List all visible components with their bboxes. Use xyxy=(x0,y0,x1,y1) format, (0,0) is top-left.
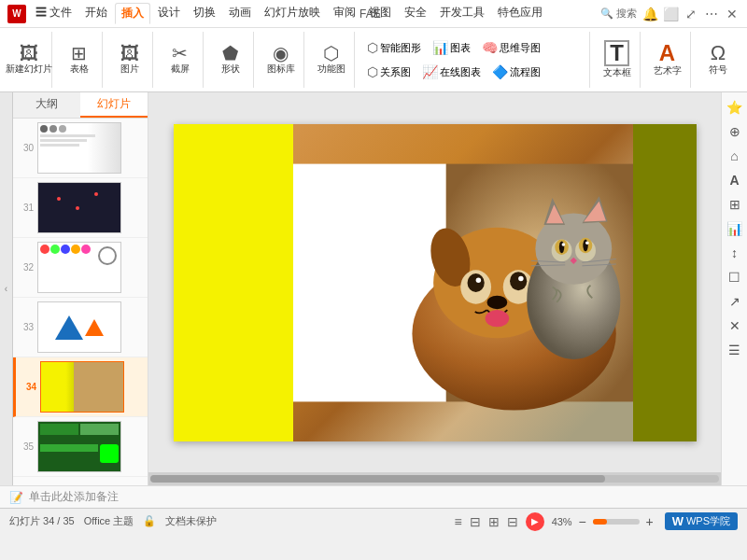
slide-num-33: 33 xyxy=(17,322,34,332)
slide-thumb-31 xyxy=(37,182,121,233)
zoom-fill xyxy=(593,519,607,525)
group-symbol: Ω 符号 xyxy=(695,32,741,88)
sidebar-tabs: 大纲 幻灯片 xyxy=(13,92,148,119)
slide-thumb-30 xyxy=(37,122,121,174)
online-chart-button[interactable]: 📈 在线图表 xyxy=(419,63,484,81)
rt-arrow-button[interactable]: ↗ xyxy=(724,290,746,313)
menu-animation[interactable]: 动画 xyxy=(223,3,257,24)
slide-item-32[interactable]: 32 xyxy=(13,238,148,298)
new-slide-button[interactable]: 🖼 新建幻灯片 xyxy=(2,42,56,77)
menu-review[interactable]: 审阅 xyxy=(328,3,361,24)
shape-label: 形状 xyxy=(221,63,240,76)
rt-star-button[interactable]: ⭐ xyxy=(724,96,746,119)
menu-devtools[interactable]: 开发工具 xyxy=(434,3,490,24)
menu-transition[interactable]: 切换 xyxy=(188,3,221,24)
group-smartart: ⬡ 智能图形 📊 图表 🧠 思维导图 ⬡ 关系图 📈 在线图表 xyxy=(359,32,590,88)
status-right: ≡ ⊟ ⊞ ⊟ ▶ 43% − + W WPS学院 xyxy=(454,512,738,531)
title-bar-left: W ☰ 文件 开始 插入 设计 切换 动画 幻灯片放映 审阅 视图 安全 开发工… xyxy=(7,3,548,24)
flowchart-button[interactable]: 🔷 流程图 xyxy=(489,63,543,81)
status-left: 幻灯片 34 / 35 Office 主题 🔓 文档未保护 xyxy=(9,514,217,528)
svg-point-27 xyxy=(585,241,589,245)
svg-point-12 xyxy=(487,295,508,309)
group-shape: ⬟ 形状 xyxy=(207,32,254,88)
notes-placeholder[interactable]: 单击此处添加备注 xyxy=(29,489,119,505)
restore-button[interactable]: ⬜ xyxy=(663,7,678,21)
rt-chart-button[interactable]: 📊 xyxy=(724,217,746,240)
rt-home-button[interactable]: ⌂ xyxy=(724,145,746,167)
add-slide-button[interactable]: ＋ xyxy=(13,477,148,485)
slide-num-30: 30 xyxy=(17,143,34,153)
symbol-button[interactable]: Ω 符号 xyxy=(699,41,737,78)
horizontal-scrollbar[interactable] xyxy=(148,472,721,485)
menu-home[interactable]: 开始 xyxy=(79,3,113,24)
slide-item-30[interactable]: 30 xyxy=(13,119,148,178)
sidebar: 大纲 幻灯片 30 xyxy=(13,92,148,485)
settings-button[interactable]: ⋯ xyxy=(704,7,719,21)
rt-expand-button[interactable]: ↕ xyxy=(724,242,746,264)
symbol-icon: Ω xyxy=(711,43,726,63)
play-button[interactable]: ▶ xyxy=(526,512,544,531)
iconlib-label: 图标库 xyxy=(267,63,295,76)
slide-item-33[interactable]: 33 xyxy=(13,298,148,357)
slide-item-31[interactable]: 31 xyxy=(13,178,148,238)
menu-slideshow[interactable]: 幻灯片放映 xyxy=(259,3,326,24)
zoom-minus-button[interactable]: − xyxy=(575,514,590,529)
canvas-scroll[interactable] xyxy=(148,92,721,472)
iconlib-icon: ◉ xyxy=(273,44,289,63)
main-area: ‹ 大纲 幻灯片 30 xyxy=(0,92,747,485)
menu-design[interactable]: 设计 xyxy=(152,3,186,24)
rt-menu-button[interactable]: ☰ xyxy=(724,339,746,361)
fullscreen-button[interactable]: ⤢ xyxy=(684,7,698,21)
arttext-icon: A xyxy=(659,42,675,64)
ribbon-content: 🖼 新建幻灯片 ⊞ 表格 🖼 图片 ✂ 截屏 xyxy=(0,28,747,91)
arttext-button[interactable]: A 艺术字 xyxy=(649,40,686,79)
menu-file[interactable]: ☰ 文件 xyxy=(30,3,78,24)
chart-button[interactable]: 📊 图表 xyxy=(430,38,473,57)
slide-item-35[interactable]: 35 xyxy=(13,417,148,477)
shape-button[interactable]: ⬟ 形状 xyxy=(212,42,249,77)
grid-view-icon[interactable]: ⊞ xyxy=(488,514,500,529)
notes-icon: 📝 xyxy=(9,491,23,504)
svg-point-10 xyxy=(476,277,481,282)
rt-text-button[interactable]: A xyxy=(724,169,746,191)
normal-view-icon[interactable]: ⊟ xyxy=(470,514,481,529)
mindmap-button[interactable]: 🧠 思维导图 xyxy=(479,38,543,57)
table-icon: ⊞ xyxy=(71,44,87,63)
menu-security[interactable]: 安全 xyxy=(399,3,432,24)
online-chart-icon: 📈 xyxy=(422,64,438,79)
menu-features[interactable]: 特色应用 xyxy=(492,3,548,24)
slide-thumb-32 xyxy=(37,242,121,293)
slide-view-icon[interactable]: ⊟ xyxy=(507,514,518,529)
zoom-plus-button[interactable]: + xyxy=(642,514,657,529)
menu-insert[interactable]: 插入 xyxy=(115,3,150,24)
image-button[interactable]: 🖼 图片 xyxy=(111,42,148,77)
wps-badge[interactable]: W WPS学院 xyxy=(665,512,738,530)
rt-cancel-button[interactable]: ✕ xyxy=(724,315,746,337)
rt-copy-button[interactable]: ⊕ xyxy=(724,120,746,143)
relation-button[interactable]: ⬡ 关系图 xyxy=(364,63,414,81)
table-button[interactable]: ⊞ 表格 xyxy=(61,42,98,77)
tab-slides[interactable]: 幻灯片 xyxy=(80,92,148,118)
minimize-button[interactable]: 🔔 xyxy=(642,7,657,21)
collapse-sidebar-button[interactable]: ‹ xyxy=(0,92,13,485)
screenshot-button[interactable]: ✂ 截屏 xyxy=(162,42,199,77)
align-icon[interactable]: ≡ xyxy=(454,514,461,529)
zoom-bar[interactable] xyxy=(593,519,640,525)
table-label: 表格 xyxy=(70,63,89,76)
notes-bar: 📝 单击此处添加备注 xyxy=(0,485,747,508)
slide-item-34[interactable]: 34 xyxy=(13,357,148,417)
close-button[interactable]: ✕ xyxy=(725,7,740,21)
slide-num-31: 31 xyxy=(17,203,34,213)
mindmap-icon: 🧠 xyxy=(482,40,498,55)
hscroll-thumb[interactable] xyxy=(150,475,605,483)
textbox-button[interactable]: T 文本框 xyxy=(599,38,636,81)
rt-grid-button[interactable]: ⊞ xyxy=(724,193,746,216)
smartshape-button[interactable]: ⬡ 智能图形 xyxy=(364,38,424,57)
rt-box-button[interactable]: ☐ xyxy=(724,266,746,288)
group-screenshot: ✂ 截屏 xyxy=(157,32,204,88)
function-button[interactable]: ⬡ 功能图 xyxy=(313,42,350,77)
tab-outline[interactable]: 大纲 xyxy=(13,92,80,118)
image-label: 图片 xyxy=(120,63,139,76)
iconlib-button[interactable]: ◉ 图标库 xyxy=(262,42,300,77)
search-label[interactable]: 🔍 搜索 xyxy=(600,7,637,21)
